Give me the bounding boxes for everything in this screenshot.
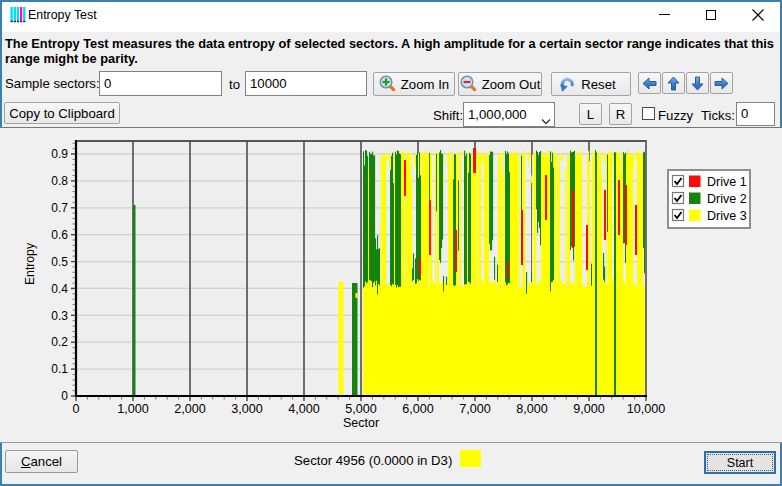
svg-text:Sector: Sector <box>343 416 379 430</box>
svg-text:0.4: 0.4 <box>51 282 68 296</box>
svg-text:0.3: 0.3 <box>51 309 68 323</box>
svg-text:6,000: 6,000 <box>402 402 434 416</box>
svg-text:0.7: 0.7 <box>51 201 68 215</box>
svg-text:0: 0 <box>72 402 79 416</box>
svg-text:9,000: 9,000 <box>573 402 605 416</box>
svg-text:Drive 3: Drive 3 <box>707 209 747 223</box>
svg-text:0: 0 <box>61 389 68 403</box>
svg-text:Entropy: Entropy <box>23 242 37 285</box>
svg-text:0.9: 0.9 <box>51 147 68 161</box>
svg-text:Drive 1: Drive 1 <box>707 175 747 189</box>
svg-text:1,000: 1,000 <box>117 402 149 416</box>
svg-text:0.8: 0.8 <box>51 174 68 188</box>
svg-text:0.5: 0.5 <box>51 255 68 269</box>
svg-text:4,000: 4,000 <box>288 402 320 416</box>
svg-text:2,000: 2,000 <box>174 402 206 416</box>
svg-text:Drive 2: Drive 2 <box>707 192 747 206</box>
svg-text:7,000: 7,000 <box>459 402 491 416</box>
svg-text:8,000: 8,000 <box>516 402 548 416</box>
svg-text:0.6: 0.6 <box>51 228 68 242</box>
svg-text:3,000: 3,000 <box>231 402 263 416</box>
svg-text:5,000: 5,000 <box>345 402 377 416</box>
svg-text:0.1: 0.1 <box>51 362 68 376</box>
svg-text:10,000: 10,000 <box>627 402 666 416</box>
svg-text:0.2: 0.2 <box>51 335 68 349</box>
